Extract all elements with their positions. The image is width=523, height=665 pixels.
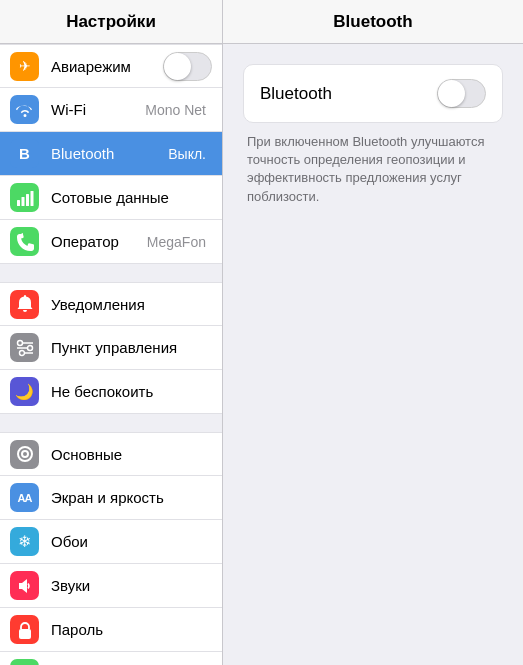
bluetooth-detail-toggle[interactable] (437, 79, 486, 108)
carrier-icon (10, 227, 39, 256)
sidebar-item-airplane[interactable]: ✈ Авиарежим (0, 44, 222, 88)
sidebar-item-do-not-disturb[interactable]: 🌙 Не беспокоить (0, 370, 222, 414)
notifications-label: Уведомления (51, 296, 212, 313)
svg-rect-1 (21, 197, 24, 206)
svg-rect-2 (26, 194, 29, 206)
bluetooth-detail-label: Bluetooth (260, 84, 332, 104)
wifi-value: Mono Net (145, 102, 206, 118)
settings-title: Настройки (66, 12, 156, 32)
bluetooth-label: Bluetooth (51, 145, 168, 162)
do-not-disturb-icon: 🌙 (10, 377, 39, 406)
passcode-label: Пароль (51, 621, 212, 638)
svg-rect-3 (30, 191, 33, 206)
sidebar-item-general[interactable]: Основные (0, 432, 222, 476)
bluetooth-description: При включенном Bluetooth улучшаются точн… (243, 133, 503, 206)
header-settings: Настройки (0, 0, 223, 43)
detail-panel: Bluetooth При включенном Bluetooth улучш… (223, 44, 523, 665)
control-center-label: Пункт управления (51, 339, 212, 356)
header: Настройки Bluetooth (0, 0, 523, 44)
main-content: ✈ Авиарежим Wi-Fi Mono Net B Bluetooth В… (0, 44, 523, 665)
sidebar-item-wifi[interactable]: Wi-Fi Mono Net (0, 88, 222, 132)
sidebar-item-control-center[interactable]: Пункт управления (0, 326, 222, 370)
group-system: Основные AA Экран и яркость ❄ Обои Звуки (0, 432, 222, 665)
cellular-label: Сотовые данные (51, 189, 212, 206)
svg-point-4 (17, 340, 22, 345)
display-label: Экран и яркость (51, 489, 212, 506)
general-icon (10, 440, 39, 469)
separator-2 (0, 414, 222, 432)
svg-rect-10 (19, 629, 31, 639)
airplane-toggle[interactable] (163, 52, 212, 81)
group-connectivity: ✈ Авиарежим Wi-Fi Mono Net B Bluetooth В… (0, 44, 222, 264)
general-label: Основные (51, 446, 212, 463)
sidebar-item-sounds[interactable]: Звуки (0, 564, 222, 608)
sounds-icon (10, 571, 39, 600)
carrier-value: MegaFon (147, 234, 206, 250)
carrier-label: Оператор (51, 233, 147, 250)
svg-point-6 (27, 345, 32, 350)
wallpaper-icon: ❄ (10, 527, 39, 556)
settings-sidebar: ✈ Авиарежим Wi-Fi Mono Net B Bluetooth В… (0, 44, 223, 665)
passcode-icon (10, 615, 39, 644)
wallpaper-label: Обои (51, 533, 212, 550)
airplane-icon: ✈ (10, 52, 39, 81)
header-bluetooth: Bluetooth (223, 0, 523, 43)
sidebar-item-bluetooth[interactable]: B Bluetooth Выкл. (0, 132, 222, 176)
bluetooth-title: Bluetooth (333, 12, 412, 32)
sounds-label: Звуки (51, 577, 212, 594)
svg-point-8 (19, 350, 24, 355)
display-icon: AA (10, 483, 39, 512)
sidebar-item-battery[interactable]: Аккумулятор (0, 652, 222, 665)
bluetooth-icon: B (10, 139, 39, 168)
sidebar-item-notifications[interactable]: Уведомления (0, 282, 222, 326)
sidebar-item-carrier[interactable]: Оператор MegaFon (0, 220, 222, 264)
cellular-icon (10, 183, 39, 212)
wifi-label: Wi-Fi (51, 101, 145, 118)
sidebar-item-passcode[interactable]: Пароль (0, 608, 222, 652)
group-notifications: Уведомления Пункт управления 🌙 (0, 282, 222, 414)
sidebar-item-wallpaper[interactable]: ❄ Обои (0, 520, 222, 564)
separator-1 (0, 264, 222, 282)
control-center-icon (10, 333, 39, 362)
wifi-icon (10, 95, 39, 124)
bluetooth-setting-row: Bluetooth (243, 64, 503, 123)
sidebar-item-cellular[interactable]: Сотовые данные (0, 176, 222, 220)
battery-icon (10, 659, 39, 665)
notifications-icon (10, 290, 39, 319)
do-not-disturb-label: Не беспокоить (51, 383, 212, 400)
airplane-label: Авиарежим (51, 58, 163, 75)
svg-rect-0 (17, 200, 20, 206)
bluetooth-value: Выкл. (168, 146, 206, 162)
sidebar-item-display[interactable]: AA Экран и яркость (0, 476, 222, 520)
